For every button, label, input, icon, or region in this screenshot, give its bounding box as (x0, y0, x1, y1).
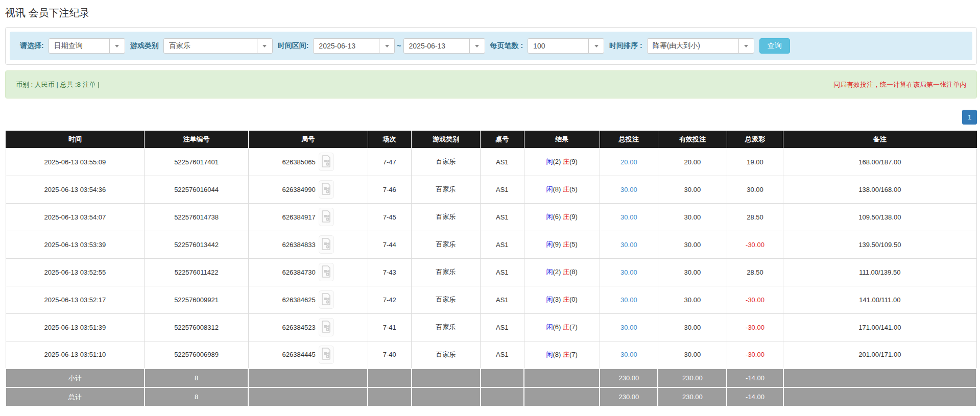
summary-empty (368, 387, 412, 406)
table-body: 2025-06-13 03:55:09522576017401626385065… (6, 148, 976, 406)
total-bet-link[interactable]: 20.00 (620, 158, 637, 166)
date-from-picker[interactable]: 2025-06-13 (313, 38, 395, 54)
summary-empty (412, 369, 481, 387)
video-replay-button[interactable] (319, 346, 334, 364)
date-to-picker[interactable]: 2025-06-13 (403, 38, 485, 54)
cell-valid-bet: 30.00 (658, 313, 727, 341)
column-header: 游戏类别 (412, 131, 481, 148)
page: 视讯 会员下注纪录 请选择: 日期查询 游戏类别 百家乐 时间区间: 2025-… (5, 0, 977, 407)
cell-bet-id: 522576009921 (145, 286, 248, 313)
table-row: 2025-06-13 03:54:07522576014738626384917… (6, 203, 976, 231)
cell-round-id: 626385065 (248, 148, 368, 176)
banker-label: 庄 (563, 296, 569, 303)
summary-empty (248, 387, 368, 406)
cell-remark: 109.50/138.00 (783, 203, 976, 231)
banker-label: 庄 (563, 323, 569, 331)
game-type-value: 百家乐 (164, 39, 257, 53)
total-bet-link[interactable]: 30.00 (620, 186, 637, 193)
table-row: 2025-06-13 03:53:39522576013442626384833… (6, 231, 976, 258)
cell-result: 闲(8) 庄(5) (524, 176, 600, 203)
select-type-label: 请选择: (20, 41, 44, 51)
chevron-down-icon[interactable] (379, 39, 394, 53)
cell-table-no: AS1 (481, 203, 524, 231)
cell-session: 7-46 (368, 176, 412, 203)
page-size-select[interactable]: 100 (528, 38, 604, 54)
total-bet-link[interactable]: 30.00 (620, 213, 637, 221)
cell-time: 2025-06-13 03:51:39 (6, 313, 145, 341)
time-sort-select[interactable]: 降幂(由大到小) (647, 38, 754, 54)
summary-bar: 币别 : 人民币 | 总共 :8 注单 | 同局有效投注，统一计算在该局第一张注… (5, 70, 977, 99)
date-range-label: 时间区间: (278, 41, 309, 51)
player-label: 闲 (546, 213, 553, 221)
video-replay-button[interactable] (319, 208, 334, 226)
cell-payout: -30.00 (727, 231, 783, 258)
total-bet-link[interactable]: 30.00 (620, 296, 637, 304)
cell-game-type: 百家乐 (412, 341, 481, 369)
cell-bet-id: 522576014738 (145, 203, 248, 231)
cell-table-no: AS1 (481, 341, 524, 369)
total-bet-link[interactable]: 30.00 (620, 351, 637, 358)
cell-total-bet: 30.00 (600, 176, 658, 203)
cell-time: 2025-06-13 03:51:10 (6, 341, 145, 369)
total-bet-link[interactable]: 30.00 (620, 324, 637, 331)
player-label: 闲 (546, 185, 553, 193)
video-file-icon (322, 265, 331, 279)
column-header: 桌号 (481, 131, 524, 148)
summary-empty (248, 369, 368, 387)
video-replay-button[interactable] (319, 235, 334, 254)
video-replay-button[interactable] (319, 263, 334, 281)
video-replay-button[interactable] (319, 290, 334, 309)
date-to-value: 2025-06-13 (404, 39, 469, 53)
cell-session: 7-43 (368, 258, 412, 286)
page-size-label: 每页笔数 : (490, 41, 523, 51)
total-bet-link[interactable]: 30.00 (620, 241, 637, 249)
cell-valid-bet: 30.00 (658, 231, 727, 258)
column-header: 备注 (783, 131, 976, 148)
cell-round-id: 626384730 (248, 258, 368, 286)
query-type-select[interactable]: 日期查询 (49, 38, 125, 54)
time-sort-value: 降幂(由大到小) (648, 39, 738, 53)
chevron-down-icon[interactable] (109, 39, 125, 53)
query-button[interactable]: 查询 (759, 38, 790, 54)
video-replay-button[interactable] (319, 180, 334, 199)
game-type-select[interactable]: 百家乐 (163, 38, 273, 54)
video-file-icon (322, 238, 331, 252)
summary-payout: -14.00 (727, 387, 783, 406)
cell-remark: 138.00/168.00 (783, 176, 976, 203)
chevron-down-icon[interactable] (588, 39, 604, 53)
cell-remark: 139.50/109.50 (783, 231, 976, 258)
cell-remark: 201.00/171.00 (783, 341, 976, 369)
cell-total-bet: 30.00 (600, 313, 658, 341)
cell-total-bet: 20.00 (600, 148, 658, 176)
pagination: 1 (5, 110, 977, 125)
cell-valid-bet: 20.00 (658, 148, 727, 176)
round-number: 626384445 (282, 351, 316, 358)
cell-payout: 19.00 (727, 148, 783, 176)
cell-payout: 30.00 (727, 176, 783, 203)
chevron-down-icon[interactable] (469, 39, 485, 53)
summary-count: 8 (145, 369, 248, 387)
cell-table-no: AS1 (481, 148, 524, 176)
summary-empty (412, 387, 481, 406)
cell-game-type: 百家乐 (412, 231, 481, 258)
chevron-down-icon[interactable] (738, 39, 754, 53)
cell-total-bet: 30.00 (600, 286, 658, 313)
video-file-icon (322, 210, 331, 224)
video-replay-button[interactable] (319, 318, 334, 336)
cell-bet-id: 522576017401 (145, 148, 248, 176)
table-row: 2025-06-13 03:54:36522576016044626384990… (6, 176, 976, 203)
round-number: 626384625 (282, 296, 316, 304)
column-header: 结果 (524, 131, 600, 148)
cell-remark: 141.00/111.00 (783, 286, 976, 313)
video-replay-button[interactable] (319, 153, 334, 171)
video-file-icon (322, 155, 331, 169)
cell-result: 闲(2) 庄(8) (524, 258, 600, 286)
total-bet-link[interactable]: 30.00 (620, 268, 637, 276)
cell-valid-bet: 30.00 (658, 258, 727, 286)
cell-total-bet: 30.00 (600, 231, 658, 258)
cell-result: 闲(3) 庄(0) (524, 286, 600, 313)
date-separator: ~ (397, 42, 401, 50)
page-number-button[interactable]: 1 (962, 110, 977, 125)
chevron-down-icon[interactable] (257, 39, 272, 53)
player-label: 闲 (546, 240, 553, 248)
